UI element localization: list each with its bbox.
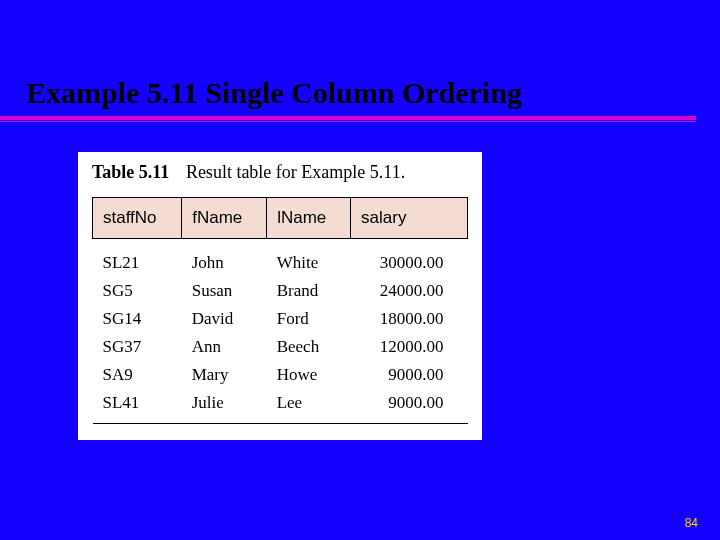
cell-salary: 12000.00: [351, 333, 468, 361]
cell-fname: Ann: [182, 333, 267, 361]
cell-staffno: SA9: [93, 361, 182, 389]
col-header-salary: salary: [351, 198, 468, 239]
col-header-staffno: staffNo: [93, 198, 182, 239]
heading-underline-thick: [0, 116, 696, 120]
cell-lname: Brand: [267, 277, 351, 305]
heading-underline-thin: [0, 121, 696, 122]
col-header-fname: fName: [182, 198, 267, 239]
cell-salary: 9000.00: [351, 389, 468, 424]
cell-salary: 30000.00: [351, 239, 468, 278]
table-label: Table 5.11: [92, 162, 169, 182]
cell-staffno: SL21: [93, 239, 182, 278]
heading-block: Example 5.11 Single Column Ordering: [0, 76, 720, 122]
cell-staffno: SG14: [93, 305, 182, 333]
cell-salary: 9000.00: [351, 361, 468, 389]
table-title: Table 5.11 Result table for Example 5.11…: [92, 162, 468, 183]
result-table: staffNo fName lName salary SL21 John Whi…: [92, 197, 468, 424]
table-row: SG14 David Ford 18000.00: [93, 305, 468, 333]
table-row: SA9 Mary Howe 9000.00: [93, 361, 468, 389]
table-row: SG5 Susan Brand 24000.00: [93, 277, 468, 305]
cell-staffno: SG5: [93, 277, 182, 305]
result-table-card: Table 5.11 Result table for Example 5.11…: [78, 152, 482, 440]
table-header-row: staffNo fName lName salary: [93, 198, 468, 239]
table-row: SL21 John White 30000.00: [93, 239, 468, 278]
cell-salary: 18000.00: [351, 305, 468, 333]
cell-fname: Susan: [182, 277, 267, 305]
table-row: SL41 Julie Lee 9000.00: [93, 389, 468, 424]
cell-staffno: SL41: [93, 389, 182, 424]
cell-lname: Beech: [267, 333, 351, 361]
page-number: 84: [685, 516, 698, 530]
slide-heading: Example 5.11 Single Column Ordering: [0, 76, 720, 116]
cell-lname: Lee: [267, 389, 351, 424]
cell-fname: John: [182, 239, 267, 278]
cell-salary: 24000.00: [351, 277, 468, 305]
cell-lname: Ford: [267, 305, 351, 333]
cell-fname: Mary: [182, 361, 267, 389]
cell-fname: Julie: [182, 389, 267, 424]
table-row: SG37 Ann Beech 12000.00: [93, 333, 468, 361]
cell-staffno: SG37: [93, 333, 182, 361]
cell-lname: Howe: [267, 361, 351, 389]
table-description: Result table for Example 5.11.: [186, 162, 405, 182]
cell-lname: White: [267, 239, 351, 278]
col-header-lname: lName: [267, 198, 351, 239]
cell-fname: David: [182, 305, 267, 333]
